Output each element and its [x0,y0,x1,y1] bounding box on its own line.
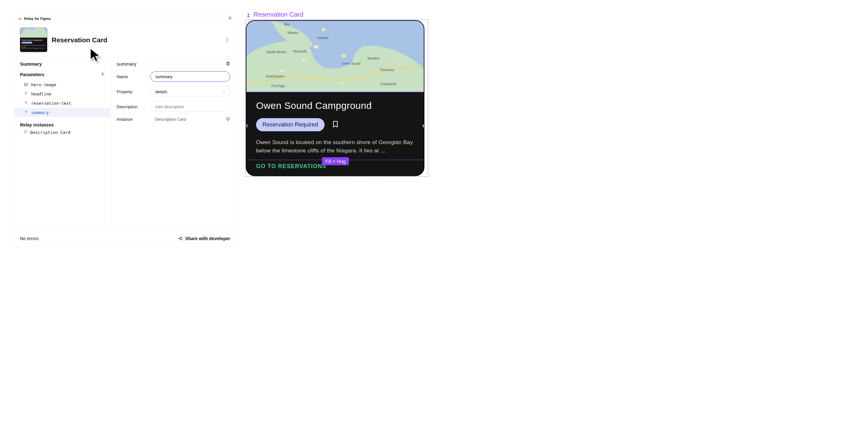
instance-description-card[interactable]: Description Card [20,128,111,137]
component-diamond-icon [246,12,251,17]
close-icon[interactable] [228,16,232,22]
row-instance: Instance Description Card [117,117,230,122]
map-city-label: Wiarton [287,31,298,35]
map-city-label: Mar [284,23,290,26]
share-label: Share with developer [185,236,230,241]
row-property: Property details [117,86,230,97]
map-road-shield: 17 [314,45,318,49]
param-label: headline [31,92,52,96]
relay-instances-heading: Relay instances [20,123,111,128]
relay-plugin-panel: Relay for Figma Owen Sound Campground Re… [14,14,236,246]
parameters-heading-row: Parameters [20,71,111,78]
name-input-field[interactable] [156,74,225,79]
description-label: Description [117,104,147,109]
name-label: Name [117,74,147,79]
map-road-shield: 6 [282,27,285,30]
param-summary[interactable]: summary [14,108,111,117]
map-city-label: Sauble Beach [266,50,286,54]
map-road-shield: 1 [322,28,325,31]
summary-heading: Summary [20,61,111,67]
map-city-label: Southampton [266,74,285,78]
frame-label[interactable]: Reservation Card [246,11,428,18]
locate-instance-button[interactable] [226,117,230,122]
chip-row: Reservation Required [256,118,414,131]
row-name: Name [117,71,230,82]
property-select[interactable]: details [150,86,230,97]
map-road-shield: 26 [341,54,346,58]
map-city-label: Port Elgin [271,84,285,88]
card-description: Owen Sound is located on the southern sh… [256,138,414,155]
property-editor: summary Name Property details [111,57,236,231]
delete-button[interactable] [226,61,230,67]
panel-footer: No errors Share with developer [14,231,236,246]
name-input[interactable] [150,71,230,82]
instance-label: Description Card [30,130,70,135]
map-city-label: Meaford [367,57,379,60]
share-button[interactable]: Share with developer [178,236,230,241]
parameters-heading: Parameters [20,72,44,77]
status-text: No errors [20,236,39,241]
param-label: summary [31,110,49,115]
card-wrap: MarWiartonKembleSauble BeachHepworthOwen… [246,20,428,176]
relay-logo-icon [18,17,22,21]
thumb-chip: Reservation Req. [22,42,32,44]
row-description: Description [117,101,230,112]
param-hero-image[interactable]: hero-image [20,80,111,89]
text-icon [24,101,29,105]
param-label: hero-image [31,82,56,87]
editor-title: summary [117,61,137,67]
thumb-text: Owen Sound is located on the southern sh… [22,45,46,49]
map-road-shield: 26 [397,62,402,66]
description-field[interactable] [155,104,225,109]
bookmark-icon[interactable] [332,120,339,129]
component-header: Owen Sound Campground Reservation Req. O… [14,23,236,57]
map-road-shield: 21 [280,69,284,72]
instance-label: Instance [117,117,147,122]
map-road-shield: 10 [302,59,307,62]
text-icon [24,92,29,96]
card-title: Owen Sound Campground [256,100,414,111]
param-headline[interactable]: headline [20,89,111,99]
property-label: Property [117,89,147,94]
parameters-list: hero-image headline reservation-text [20,80,111,117]
map-city-label: Hepworth [293,50,307,53]
component-name: Reservation Card [52,36,107,44]
chevron-down-icon [222,89,225,94]
diamond-icon [24,130,28,135]
map-city-label: Thornbury [380,68,394,72]
component-thumbnail: Owen Sound Campground Reservation Req. O… [20,28,48,52]
thumb-title: Owen Sound Campground [22,39,46,41]
param-reservation-text[interactable]: reservation-text [20,99,111,108]
map-road-shield: 6 [341,81,344,85]
text-icon [24,111,29,114]
map-landmass [246,21,424,91]
size-badge: Fill × Hug [322,157,349,165]
image-icon [24,83,29,86]
add-parameter-button[interactable] [100,71,105,78]
panel-body: Summary Parameters hero-image [14,57,236,231]
sidebar: Summary Parameters hero-image [14,57,111,231]
instance-value: Description Card [150,117,222,122]
plugin-titlebar: Relay for Figma [14,14,236,23]
description-input[interactable] [150,101,230,112]
plugin-title: Relay for Figma [24,17,51,21]
reservation-card: MarWiartonKembleSauble BeachHepworthOwen… [246,20,425,176]
param-label: reservation-text [31,101,71,106]
more-options-button[interactable] [224,37,230,42]
hero-map: MarWiartonKembleSauble BeachHepworthOwen… [246,21,424,92]
property-value: details [155,89,167,94]
reservation-chip: Reservation Required [256,118,324,131]
map-city-label: Owen Sound [342,62,361,65]
figma-canvas: Reservation Card MarWiartonKembleSauble … [246,11,428,176]
editor-header: summary [117,61,230,67]
frame-label-text: Reservation Card [253,11,303,18]
svg-point-1 [226,118,229,120]
map-city-label: Kemble [317,36,329,40]
map-city-label: Chatsworth [380,82,397,86]
